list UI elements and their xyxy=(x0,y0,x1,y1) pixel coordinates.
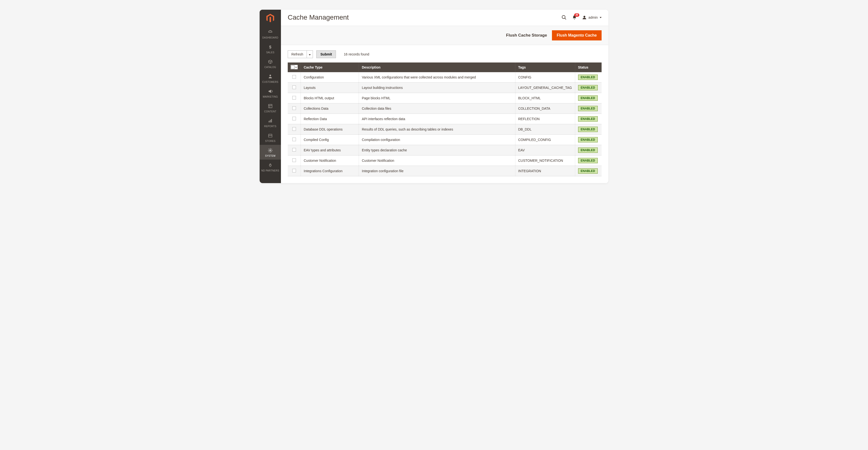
col-header-tags[interactable]: Tags xyxy=(515,62,575,72)
cell-tags: COMPILED_CONFIG xyxy=(515,134,575,145)
row-checkbox[interactable] xyxy=(292,127,296,131)
row-checkbox[interactable] xyxy=(292,86,296,89)
sidebar-item-sales[interactable]: $SALES xyxy=(259,41,281,56)
magento-logo[interactable] xyxy=(259,10,281,27)
svg-point-0 xyxy=(270,32,271,32)
row-checkbox[interactable] xyxy=(292,158,296,162)
user-icon xyxy=(582,15,587,20)
row-checkbox[interactable] xyxy=(292,148,296,152)
grid-toolbar: Refresh Submit 16 records found xyxy=(281,45,609,62)
sidebar-item-label: DASHBOARD xyxy=(262,36,278,39)
cell-description: API interfaces reflection data xyxy=(359,114,516,124)
chevron-down-icon xyxy=(600,17,601,18)
sidebar-item-customers[interactable]: CUSTOMERS xyxy=(259,71,281,86)
status-badge: ENABLED xyxy=(578,95,598,101)
mass-action-select[interactable]: Refresh xyxy=(288,50,307,58)
cell-description: Page blocks HTML xyxy=(359,93,516,103)
cell-tags: REFLECTION xyxy=(515,114,575,124)
table-row[interactable]: Compiled ConfigCompilation configuration… xyxy=(288,134,601,145)
status-badge: ENABLED xyxy=(578,148,598,153)
cell-description: Compilation configuration xyxy=(359,134,516,145)
table-row[interactable]: Blocks HTML outputPage blocks HTMLBLOCK_… xyxy=(288,93,601,103)
row-checkbox[interactable] xyxy=(292,106,296,110)
sidebar-item-label: CONTENT xyxy=(264,110,276,113)
action-bar: Flush Cache Storage Flush Magento Cache xyxy=(281,26,609,45)
table-row[interactable]: Reflection DataAPI interfaces reflection… xyxy=(288,114,601,124)
table-row[interactable]: Customer NotificationCustomer Notificati… xyxy=(288,155,601,166)
notifications-button[interactable]: 39 xyxy=(572,15,577,20)
page-title: Cache Management xyxy=(288,13,349,21)
records-found-label: 16 records found xyxy=(344,52,369,56)
sidebar-item-label: MARKETING xyxy=(263,95,278,98)
cache-table: Cache Type Description Tags Status Confi… xyxy=(288,62,601,176)
sidebar-item-reports[interactable]: REPORTS xyxy=(259,115,281,130)
cell-cache-type: Integrations Configuration xyxy=(301,166,359,176)
col-header-type[interactable]: Cache Type xyxy=(301,62,359,72)
cell-cache-type: Configuration xyxy=(301,72,359,83)
layout-icon xyxy=(268,103,273,109)
megaphone-icon xyxy=(268,89,273,94)
person-icon xyxy=(268,74,273,79)
table-row[interactable]: EAV types and attributesEntity types dec… xyxy=(288,145,601,155)
table-row[interactable]: ConfigurationVarious XML configurations … xyxy=(288,72,601,83)
sidebar-item-label: CUSTOMERS xyxy=(262,81,278,83)
flush-cache-storage-button[interactable]: Flush Cache Storage xyxy=(506,33,547,38)
admin-sidebar: DASHBOARD$SALESCATALOGCUSTOMERSMARKETING… xyxy=(259,10,281,183)
cell-cache-type: Reflection Data xyxy=(301,114,359,124)
sidebar-item-nd-partners[interactable]: ND PARTNERS xyxy=(259,160,281,174)
cell-tags: DB_DDL xyxy=(515,124,575,134)
status-badge: ENABLED xyxy=(578,158,598,163)
table-row[interactable]: LayoutsLayout building instructionsLAYOU… xyxy=(288,82,601,93)
table-row[interactable]: Integrations ConfigurationIntegration co… xyxy=(288,166,601,176)
gear-icon xyxy=(268,148,273,153)
cell-cache-type: Layouts xyxy=(301,82,359,93)
storefront-icon xyxy=(268,133,273,138)
row-checkbox[interactable] xyxy=(292,138,296,141)
chart-icon xyxy=(268,118,273,123)
status-badge: ENABLED xyxy=(578,85,598,90)
svg-rect-7 xyxy=(270,120,271,122)
select-all-checkbox[interactable] xyxy=(290,65,298,69)
submit-button[interactable]: Submit xyxy=(316,50,336,58)
cell-description: Layout building instructions xyxy=(359,82,516,93)
sidebar-item-label: REPORTS xyxy=(264,125,276,128)
cell-cache-type: Customer Notification xyxy=(301,155,359,166)
cell-description: Collection data files xyxy=(359,103,516,114)
dashboard-icon xyxy=(268,30,273,35)
row-checkbox[interactable] xyxy=(292,169,296,173)
row-checkbox[interactable] xyxy=(292,117,296,120)
search-button[interactable] xyxy=(561,15,567,20)
user-menu[interactable]: admin xyxy=(582,15,601,20)
svg-point-12 xyxy=(583,16,585,18)
user-label: admin xyxy=(589,16,598,19)
sidebar-item-catalog[interactable]: CATALOG xyxy=(259,56,281,71)
cell-description: Results of DDL queries, such as describi… xyxy=(359,124,516,134)
cache-table-wrap: Cache Type Description Tags Status Confi… xyxy=(281,62,609,183)
row-checkbox[interactable] xyxy=(292,75,296,79)
svg-point-10 xyxy=(562,16,565,19)
dollar-icon: $ xyxy=(268,44,273,50)
sidebar-item-system[interactable]: SYSTEM xyxy=(259,145,281,160)
col-header-description[interactable]: Description xyxy=(359,62,516,72)
cell-tags: COLLECTION_DATA xyxy=(515,103,575,114)
sidebar-item-dashboard[interactable]: DASHBOARD xyxy=(259,27,281,41)
cell-cache-type: Blocks HTML output xyxy=(301,93,359,103)
notification-badge: 39 xyxy=(574,13,579,17)
svg-point-9 xyxy=(270,150,271,151)
table-row[interactable]: Collections DataCollection data filesCOL… xyxy=(288,103,601,114)
table-row[interactable]: Database DDL operationsResults of DDL qu… xyxy=(288,124,601,134)
mass-action-dropdown[interactable] xyxy=(307,50,313,58)
status-badge: ENABLED xyxy=(578,127,598,132)
col-header-status[interactable]: Status xyxy=(575,62,601,72)
cell-tags: LAYOUT_GENERAL_CACHE_TAG xyxy=(515,82,575,93)
sidebar-item-content[interactable]: CONTENT xyxy=(259,100,281,115)
cell-tags: CONFIG xyxy=(515,72,575,83)
sidebar-item-marketing[interactable]: MARKETING xyxy=(259,86,281,100)
status-badge: ENABLED xyxy=(578,168,598,174)
cell-tags: BLOCK_HTML xyxy=(515,93,575,103)
flush-magento-cache-button[interactable]: Flush Magento Cache xyxy=(552,30,601,40)
sidebar-item-stores[interactable]: STORES xyxy=(259,130,281,145)
row-checkbox[interactable] xyxy=(292,96,296,99)
svg-rect-3 xyxy=(269,104,272,108)
cell-tags: CUSTOMER_NOTIFICATION xyxy=(515,155,575,166)
